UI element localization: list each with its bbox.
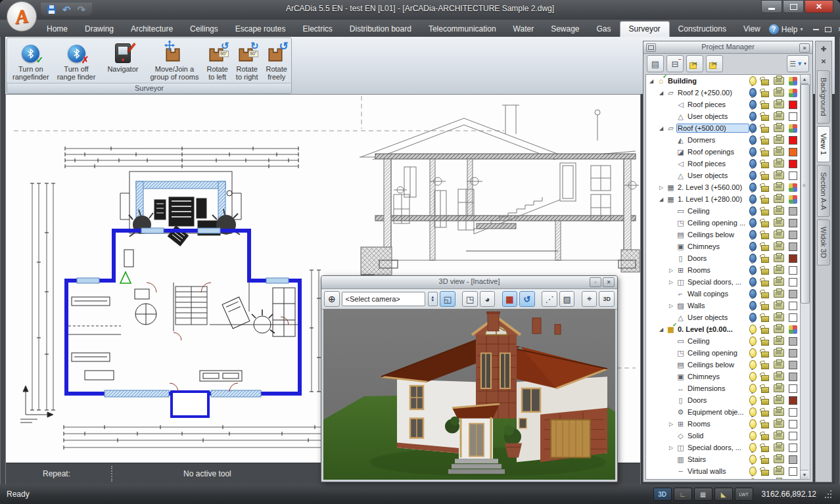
unlock-icon[interactable] — [761, 186, 769, 192]
unlock-icon[interactable] — [761, 363, 769, 369]
visibility-bulb-icon[interactable] — [749, 336, 757, 346]
printer-icon[interactable] — [774, 219, 784, 227]
unlock-icon[interactable] — [761, 292, 769, 298]
tab-distribution-board[interactable]: Distribution board — [341, 22, 420, 37]
tree-row[interactable]: △User objects — [646, 311, 800, 323]
tree-row[interactable]: ▭Ceiling — [646, 335, 800, 347]
visibility-bulb-icon[interactable] — [749, 100, 757, 109]
tree-row[interactable]: △User objects — [646, 110, 800, 122]
visibility-bulb-icon[interactable] — [749, 206, 757, 216]
tree-row[interactable]: ▯Doors — [646, 252, 800, 264]
element-properties-button[interactable]: ▤ — [647, 55, 664, 72]
tab-view[interactable]: View — [735, 22, 769, 37]
tree-item-label[interactable]: Ceiling — [686, 207, 749, 215]
expand-open-icon[interactable]: ◢ — [657, 327, 665, 332]
visibility-bulb-icon[interactable] — [749, 112, 757, 121]
visibility-bulb-icon[interactable] — [749, 159, 757, 168]
camera-view-button[interactable]: ⌖ — [582, 291, 597, 307]
visibility-bulb-icon[interactable] — [749, 407, 757, 417]
doc-restore-button[interactable] — [825, 27, 831, 32]
tree-item-label[interactable]: Roof (+500.00) — [676, 124, 749, 133]
printer-icon[interactable] — [774, 408, 784, 416]
tab-telecommunication[interactable]: Telecommunication — [420, 22, 505, 37]
unlock-icon[interactable] — [761, 91, 769, 97]
expand-closed-icon[interactable]: ▷ — [657, 185, 665, 191]
color-swatch[interactable] — [789, 160, 797, 168]
tree-item-label[interactable]: Rooms — [686, 266, 749, 274]
unlock-icon[interactable] — [761, 458, 769, 464]
visibility-bulb-icon[interactable] — [749, 135, 757, 145]
expand-open-icon[interactable]: ◢ — [657, 196, 665, 202]
visibility-bulb-icon[interactable] — [749, 124, 757, 133]
zoom-extents-button[interactable]: ◱ — [440, 291, 455, 307]
printer-icon[interactable] — [774, 396, 784, 404]
visibility-bulb-icon[interactable] — [749, 431, 757, 440]
tree-row[interactable]: ◁Roof pieces — [646, 99, 800, 110]
3d-view-window[interactable]: 3D view - [Inactive] ▫ ✕ ⊕<Select camera… — [321, 275, 618, 482]
tree-row[interactable]: ▥Stairs — [646, 453, 800, 465]
tree-row[interactable]: ▷▦2. Level 3 (+560.00) — [646, 181, 800, 193]
export-3d-button[interactable]: 3D — [599, 291, 615, 307]
tree-row[interactable]: ▭Ceiling — [646, 205, 800, 217]
unlock-icon[interactable] — [761, 103, 769, 109]
ucs-toggle[interactable]: ∟ — [674, 488, 692, 501]
printer-icon[interactable] — [774, 160, 784, 168]
view-tab-view-1[interactable]: View 1 — [817, 126, 830, 162]
unlock-icon[interactable] — [761, 470, 769, 476]
scroll-thumb[interactable] — [801, 84, 810, 304]
color-swatch[interactable] — [789, 455, 797, 464]
tree-item-label[interactable]: Dormers — [686, 136, 749, 144]
color-swatch[interactable] — [789, 467, 797, 476]
materials-button[interactable]: ▦ — [502, 291, 518, 307]
unlock-icon[interactable] — [761, 127, 769, 133]
tab-escape-routes[interactable]: Escape routes — [227, 22, 294, 37]
unlock-icon[interactable] — [761, 340, 769, 346]
printer-icon[interactable] — [774, 444, 784, 451]
color-swatch[interactable] — [789, 254, 797, 263]
printer-icon[interactable] — [774, 467, 784, 475]
close-view-button[interactable]: ✕ — [818, 56, 829, 66]
color-swatch[interactable] — [789, 325, 797, 334]
3d-close-button[interactable]: ✕ — [603, 277, 615, 287]
visibility-bulb-icon[interactable] — [749, 289, 757, 298]
printer-icon[interactable] — [774, 290, 784, 298]
color-swatch[interactable] — [789, 396, 797, 405]
3d-restore-button[interactable]: ▫ — [590, 277, 601, 287]
tree-item-label[interactable]: Solid — [686, 432, 749, 440]
color-swatch[interactable] — [789, 278, 797, 286]
unlock-icon[interactable] — [761, 174, 769, 180]
visibility-bulb-icon[interactable] — [749, 147, 757, 156]
turn-off-range-finder-button[interactable]: ✗Turn offrange finder — [53, 40, 100, 83]
color-swatch[interactable] — [789, 242, 797, 251]
copy-fragment-button[interactable]: ✂ — [706, 55, 723, 72]
expand-open-icon[interactable]: ◢ — [647, 78, 655, 84]
tree-item-label[interactable]: User objects — [686, 313, 749, 321]
unlock-icon[interactable] — [761, 245, 769, 251]
restore-button[interactable] — [783, 0, 804, 13]
rotate-to-left-button[interactable]: ↺90°Rotateto left — [202, 40, 231, 83]
tree-item-label[interactable]: Chimneys — [686, 242, 749, 250]
project-manager-header[interactable]: Project Manager ✕ — [643, 41, 812, 54]
tree-scrollbar[interactable]: ▲ ▼ — [800, 74, 810, 480]
tab-ceilings[interactable]: Ceilings — [181, 22, 227, 37]
visibility-bulb-icon[interactable] — [749, 76, 757, 85]
resize-grip[interactable] — [825, 490, 833, 499]
printer-icon[interactable] — [774, 183, 784, 191]
tree-row[interactable]: ◢▦1. Level 1 (+280.00) — [646, 193, 800, 205]
unlock-icon[interactable] — [761, 304, 769, 310]
tree-item-label[interactable]: Ceiling — [686, 337, 749, 345]
unlock-icon[interactable] — [761, 233, 769, 239]
color-swatch[interactable] — [789, 349, 797, 357]
visibility-bulb-icon[interactable] — [749, 313, 757, 322]
unlock-icon[interactable] — [761, 411, 769, 417]
tree-item-label[interactable]: Chimneys — [686, 373, 749, 380]
tab-surveyor[interactable]: Surveyor — [620, 21, 670, 37]
tree-row[interactable]: ▷⊞Rooms — [646, 418, 800, 430]
orbit-button[interactable]: ↺ — [519, 291, 535, 307]
color-swatch[interactable] — [789, 136, 797, 145]
render-colors-button[interactable]: ◕ — [480, 291, 496, 307]
tree-item-label[interactable]: Wall copings — [686, 479, 749, 480]
rotate-to-right-button[interactable]: ↻90°Rotateto right — [232, 40, 262, 83]
unlock-icon[interactable] — [761, 115, 769, 121]
printer-icon[interactable] — [774, 231, 784, 239]
